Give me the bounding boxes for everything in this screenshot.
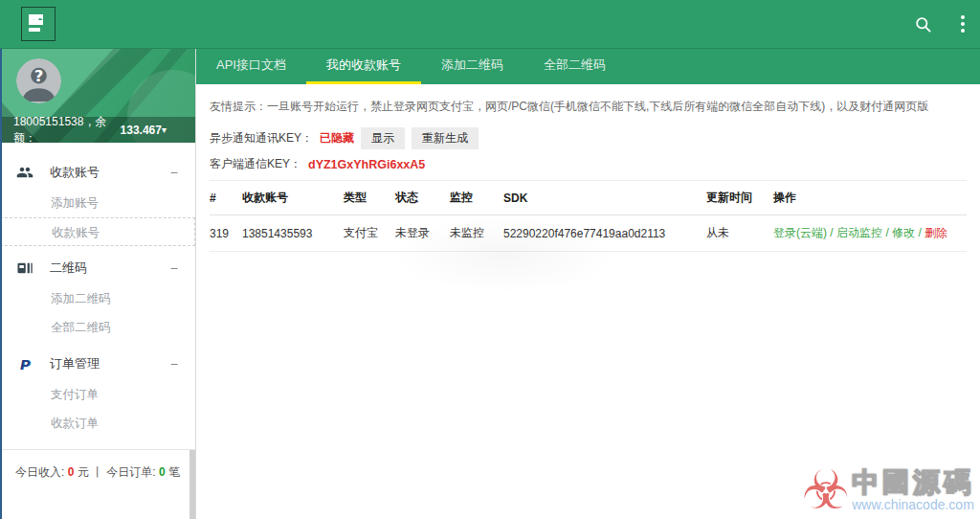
group-label: 二维码 bbox=[50, 260, 170, 277]
cell-account: 13851435593 bbox=[242, 215, 344, 252]
action-separator: / bbox=[885, 226, 888, 239]
orders-unit: 笔 bbox=[168, 465, 180, 479]
users-icon bbox=[15, 164, 34, 181]
sidebar-item-add-qrcode[interactable]: 添加二维码 bbox=[0, 284, 195, 313]
income-value: 0 bbox=[68, 465, 75, 479]
collapse-minus-icon[interactable]: − bbox=[170, 165, 180, 180]
friendly-notice: 友情提示：一旦账号开始运行，禁止登录网页支付宝，网页/PC微信(手机微信不能下线… bbox=[210, 99, 967, 115]
action-login-cloud[interactable]: 登录(云端) bbox=[773, 226, 827, 239]
sidebar-item-add-account[interactable]: 添加账号 bbox=[0, 189, 195, 217]
idcard-bars-icon bbox=[15, 260, 34, 277]
show-key-button[interactable]: 显示 bbox=[361, 127, 405, 149]
col-header-account: 收款账号 bbox=[242, 181, 344, 215]
app-window: ? 18005151538，余额：133.467 ▾ 收款账号 bbox=[0, 0, 980, 519]
cell-monitor: 未监控 bbox=[450, 215, 503, 252]
action-separator: / bbox=[918, 226, 921, 239]
col-header-id: # bbox=[210, 181, 242, 215]
sidebar-group-accounts[interactable]: 收款账号 − bbox=[0, 156, 195, 189]
logo-glyph-part bbox=[29, 28, 40, 32]
async-key-label: 异步通知通讯KEY： bbox=[210, 130, 313, 147]
accounts-table: # 收款账号 类型 状态 监控 SDK 更新时间 操作 319 bbox=[210, 180, 967, 252]
svg-text:?: ? bbox=[34, 67, 44, 85]
client-key-value: dYZ1GxYhRGi6xxA5 bbox=[308, 158, 425, 171]
col-header-status: 状态 bbox=[395, 181, 450, 215]
col-header-type: 类型 bbox=[344, 181, 395, 215]
user-info-bar[interactable]: 18005151538，余额：133.467 ▾ bbox=[0, 117, 195, 143]
sidebar-group-qrcode[interactable]: 二维码 − bbox=[0, 252, 195, 284]
async-key-row: 异步通知通讯KEY： 已隐藏 显示 重新生成 bbox=[210, 127, 967, 149]
cell-type: 支付宝 bbox=[344, 215, 395, 252]
tab-bar: API接口文档 我的收款账号 添加二维码 全部二维码 bbox=[196, 49, 980, 84]
sidebar: ? 18005151538，余额：133.467 ▾ 收款账号 bbox=[0, 49, 196, 519]
sidebar-header: ? 18005151538，余额：133.467 ▾ bbox=[0, 49, 195, 143]
tab-all-qrcode[interactable]: 全部二维码 bbox=[523, 49, 626, 84]
more-menu-icon[interactable] bbox=[961, 15, 965, 33]
user-phone-balance: 18005151538，余额： bbox=[13, 114, 121, 144]
async-key-status: 已隐藏 bbox=[320, 130, 354, 147]
orders-label: 今日订单: bbox=[106, 465, 155, 479]
topbar-actions bbox=[914, 15, 965, 34]
col-header-updated: 更新时间 bbox=[706, 181, 773, 215]
col-header-sdk: SDK bbox=[503, 181, 706, 215]
window-left-edge bbox=[0, 49, 2, 519]
client-key-row: 客户端通信KEY： dYZ1GxYhRGi6xxA5 bbox=[210, 156, 967, 172]
action-start-monitor[interactable]: 启动监控 bbox=[836, 226, 882, 239]
biohazard-logo-icon: ☣ bbox=[802, 463, 850, 517]
search-icon[interactable] bbox=[914, 15, 932, 34]
chinacode-watermark: ☣ 中國源碼 www.chinacode.com bbox=[802, 463, 974, 517]
chevron-down-icon[interactable]: ▾ bbox=[162, 125, 167, 135]
top-app-bar bbox=[0, 0, 980, 49]
cell-id: 319 bbox=[210, 215, 242, 252]
watermark-title: 中國源碼 bbox=[852, 468, 974, 498]
body-row: ? 18005151538，余额：133.467 ▾ 收款账号 bbox=[0, 49, 980, 519]
sidebar-item-accounts-selected[interactable]: 收款账号 bbox=[0, 217, 195, 246]
user-balance: 133.467 bbox=[121, 124, 162, 137]
main-area: API接口文档 我的收款账号 添加二维码 全部二维码 友情提示：一旦账号开始运行… bbox=[196, 49, 980, 519]
action-separator: / bbox=[830, 226, 833, 239]
client-key-label: 客户端通信KEY： bbox=[210, 156, 301, 172]
collapse-minus-icon[interactable]: − bbox=[170, 356, 180, 372]
tab-my-accounts[interactable]: 我的收款账号 bbox=[306, 49, 421, 84]
tab-add-qrcode[interactable]: 添加二维码 bbox=[421, 49, 523, 84]
group-label: 订单管理 bbox=[50, 355, 170, 372]
watermark-url: www.chinacode.com bbox=[852, 497, 974, 512]
regenerate-key-button[interactable]: 重新生成 bbox=[412, 127, 479, 149]
sidebar-item-receive-orders[interactable]: 收款订单 bbox=[0, 409, 195, 438]
cell-status: 未登录 bbox=[395, 215, 450, 252]
income-unit: 元 bbox=[78, 465, 89, 479]
table-header-row: # 收款账号 类型 状态 监控 SDK 更新时间 操作 bbox=[210, 181, 967, 215]
sidebar-daily-stats: 今日收入: 0 元 丨 今日订单: 0 笔 bbox=[0, 450, 195, 495]
action-edit[interactable]: 修改 bbox=[892, 226, 915, 239]
collapse-minus-icon[interactable]: − bbox=[170, 260, 180, 276]
cell-updated: 从未 bbox=[706, 215, 773, 252]
sidebar-menu: 收款账号 − 添加账号 收款账号 二维 bbox=[0, 143, 195, 495]
sidebar-item-pay-orders[interactable]: 支付订单 bbox=[0, 380, 195, 409]
col-header-monitor: 监控 bbox=[450, 181, 503, 215]
cell-sdk: 52290220f476e77419aa0d2113 bbox=[503, 215, 706, 252]
content-panel: 友情提示：一旦账号开始运行，禁止登录网页支付宝，网页/PC微信(手机微信不能下线… bbox=[196, 84, 980, 519]
sidebar-item-all-qrcode[interactable]: 全部二维码 bbox=[0, 313, 195, 342]
sidebar-group-orders[interactable]: P 订单管理 − bbox=[0, 348, 195, 380]
stats-separator: 丨 bbox=[92, 465, 103, 479]
user-avatar[interactable]: ? bbox=[16, 58, 61, 103]
paypal-icon: P bbox=[15, 357, 34, 372]
tab-api-docs[interactable]: API接口文档 bbox=[196, 49, 306, 84]
orders-value: 0 bbox=[159, 465, 166, 479]
app-logo-broken-image-icon[interactable] bbox=[21, 7, 56, 41]
group-label: 收款账号 bbox=[50, 164, 170, 181]
sidebar-scrollbar-thumb[interactable] bbox=[189, 450, 195, 519]
cell-actions: 登录(云端) / 启动监控 / 修改 / 删除 bbox=[773, 215, 967, 252]
income-label: 今日收入: bbox=[15, 465, 64, 479]
col-header-actions: 操作 bbox=[773, 181, 967, 215]
table-row: 319 13851435593 支付宝 未登录 未监控 52290220f476… bbox=[210, 215, 967, 252]
action-delete[interactable]: 删除 bbox=[924, 226, 947, 239]
